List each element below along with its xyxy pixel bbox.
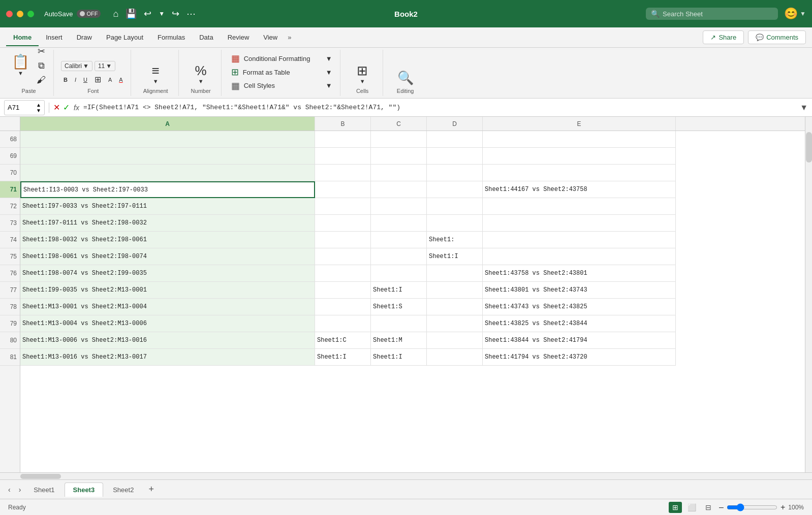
col-header-d[interactable]: D [427,117,483,131]
fill-color-button[interactable]: A [106,75,114,84]
page-view-button[interactable]: ⬜ [684,502,700,513]
cell-c70[interactable] [371,165,427,181]
col-header-a[interactable]: A [20,117,315,131]
font-color-button[interactable]: A [116,75,125,84]
bold-button[interactable]: B [61,75,70,84]
sheet-tab-sheet1[interactable]: Sheet1 [25,482,63,497]
cell-c71[interactable] [371,181,427,198]
paste-button[interactable]: 📋 ▼ [9,53,32,78]
cut-button[interactable]: ✂ [34,45,48,57]
search-bar[interactable]: 🔍 [646,8,778,20]
sheet-tab-sheet3[interactable]: Sheet3 [65,482,104,497]
cell-b75[interactable] [315,248,371,265]
cell-e77[interactable]: Sheet1:43801 vs Sheet2:43743 [483,282,676,299]
cell-a72[interactable]: Sheet1:I97-0033 vs Sheet2:I97-0111 [20,198,315,215]
zoom-slider[interactable] [727,503,777,511]
row-num-77[interactable]: 77 [0,282,20,299]
tab-view[interactable]: View [256,29,285,46]
cell-d76[interactable] [427,265,483,282]
row-num-81[interactable]: 81 [0,349,20,366]
row-num-80[interactable]: 80 [0,332,20,349]
formula-input[interactable] [83,104,796,111]
cell-e70[interactable] [483,165,676,181]
cell-c72[interactable] [371,198,427,215]
sheet-nav-left[interactable]: ‹ [4,484,15,496]
undo-icon[interactable]: ↩ [142,7,153,20]
cell-a80[interactable]: Sheet1:M13-0006 vs Sheet2:M13-0016 [20,332,315,349]
cell-e78[interactable]: Sheet1:43743 vs Sheet2:43825 [483,299,676,315]
tab-review[interactable]: Review [221,29,257,46]
cell-b68[interactable] [315,131,371,148]
cell-b71[interactable] [315,181,371,198]
cell-a74[interactable]: Sheet1:I98-0032 vs Sheet2:I98-0061 [20,232,315,248]
row-num-79[interactable]: 79 [0,315,20,332]
cell-b69[interactable] [315,148,371,165]
cell-e81[interactable]: Sheet1:41794 vs Sheet2:43720 [483,349,676,366]
cell-a77[interactable]: Sheet1:I99-0035 vs Sheet2:M13-0001 [20,282,315,299]
format-as-table-button[interactable]: ⊞ Format as Table ▼ [229,66,335,79]
cell-a69[interactable] [20,148,315,165]
profile-icon[interactable]: 😊 [784,7,798,20]
cell-a68[interactable] [20,131,315,148]
maximize-button[interactable] [27,11,34,17]
minimize-button[interactable] [17,11,23,17]
italic-button[interactable]: I [72,75,79,84]
row-num-69[interactable]: 69 [0,148,20,165]
cell-a75[interactable]: Sheet1:I98-0061 vs Sheet2:I98-0074 [20,248,315,265]
cell-e75[interactable] [483,248,676,265]
cell-a70[interactable] [20,165,315,181]
cell-c77[interactable]: Sheet1:I [371,282,427,299]
cell-b76[interactable] [315,265,371,282]
number-button[interactable]: % ▼ [193,62,209,86]
alignment-dropdown[interactable]: ▼ [153,78,159,84]
confirm-formula-icon[interactable]: ✓ [63,103,70,112]
cell-d68[interactable] [427,131,483,148]
font-name-dropdown[interactable]: Calibri ▼ [61,61,92,71]
row-num-74[interactable]: 74 [0,232,20,248]
row-num-78[interactable]: 78 [0,299,20,315]
zoom-in-button[interactable]: + [780,503,785,512]
cell-a81[interactable]: Sheet1:M13-0016 vs Sheet2:M13-0017 [20,349,315,366]
cell-b72[interactable] [315,198,371,215]
cell-a79[interactable]: Sheet1:M13-0004 vs Sheet2:M13-0006 [20,315,315,332]
cell-d72[interactable] [427,198,483,215]
page-break-button[interactable]: ⊟ [702,502,715,513]
conditional-formatting-button[interactable]: ▦ Conditional Formatting ▼ [229,52,335,65]
undo-dropdown-icon[interactable]: ▼ [157,9,167,18]
add-sheet-button[interactable]: + [143,482,159,497]
home-icon[interactable]: ⌂ [111,8,120,20]
cells-button[interactable]: ⊞ ▼ [354,62,370,86]
cell-d73[interactable] [427,215,483,232]
tab-home[interactable]: Home [6,29,39,46]
cell-b70[interactable] [315,165,371,181]
more-tabs-icon[interactable]: » [288,34,291,41]
borders-button[interactable]: ⊞ [92,73,104,86]
share-button[interactable]: ↗ Share [703,30,744,44]
format-painter-button[interactable]: 🖌 [34,74,48,86]
row-num-76[interactable]: 76 [0,265,20,282]
col-header-e[interactable]: E [483,117,676,131]
cell-d80[interactable] [427,332,483,349]
cell-d79[interactable] [427,315,483,332]
cell-b74[interactable] [315,232,371,248]
cell-d74[interactable]: Sheet1: [427,232,483,248]
cell-b79[interactable] [315,315,371,332]
zoom-out-button[interactable]: – [719,503,724,512]
cell-d71[interactable] [427,181,483,198]
cell-e80[interactable]: Sheet1:43844 vs Sheet2:41794 [483,332,676,349]
cell-ref-down[interactable]: ▼ [36,108,41,113]
number-dropdown[interactable]: ▼ [198,78,204,84]
row-num-71[interactable]: 71 [0,181,20,198]
paste-dropdown[interactable]: ▼ [18,70,23,76]
cell-e73[interactable] [483,215,676,232]
cells-dropdown[interactable]: ▼ [360,78,365,84]
cell-c76[interactable] [371,265,427,282]
cell-a73[interactable]: Sheet1:I97-0111 vs Sheet2:I98-0032 [20,215,315,232]
editing-button[interactable]: 🔍 [395,70,416,86]
tab-insert[interactable]: Insert [39,29,70,46]
font-size-dropdown[interactable]: 11 ▼ [95,61,115,71]
cell-c69[interactable] [371,148,427,165]
cell-reference-box[interactable]: A71 ▲ ▼ [4,100,45,115]
horizontal-scrollbar[interactable] [0,472,812,479]
tab-page-layout[interactable]: Page Layout [99,29,150,46]
